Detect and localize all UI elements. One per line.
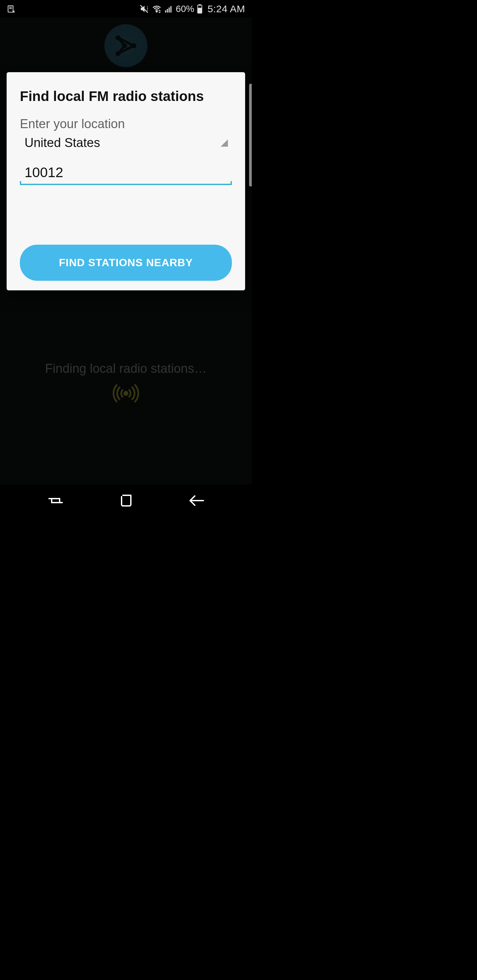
svg-rect-9 bbox=[169, 7, 170, 12]
battery-percent: 60% bbox=[175, 4, 194, 14]
loading-status-text: Finding local radio stations… bbox=[0, 361, 252, 376]
zip-field bbox=[20, 162, 232, 185]
find-stations-button[interactable]: FIND STATIONS NEARBY bbox=[20, 245, 232, 281]
dropdown-caret-icon bbox=[221, 139, 228, 147]
country-dropdown[interactable]: United States bbox=[20, 132, 232, 155]
clock-time: 5:24 AM bbox=[207, 3, 245, 14]
svg-rect-8 bbox=[167, 9, 168, 13]
svg-point-15 bbox=[116, 37, 119, 39]
svg-point-14 bbox=[116, 52, 119, 55]
mute-vibrate-icon bbox=[139, 4, 149, 14]
svg-point-6 bbox=[156, 11, 158, 12]
svg-point-18 bbox=[124, 392, 128, 395]
nav-home-button[interactable] bbox=[119, 493, 134, 508]
dialog-subtitle: Enter your location bbox=[20, 117, 232, 131]
svg-point-16 bbox=[132, 45, 135, 47]
radio-waves-icon bbox=[111, 383, 141, 407]
svg-rect-10 bbox=[171, 6, 172, 13]
app-notification-icon bbox=[6, 5, 15, 13]
svg-rect-12 bbox=[199, 4, 201, 5]
svg-point-17 bbox=[123, 45, 126, 47]
battery-icon bbox=[197, 4, 203, 14]
dialog-title: Find local FM radio stations bbox=[20, 88, 232, 104]
cellular-signal-icon bbox=[164, 5, 173, 13]
brand-logo-icon bbox=[104, 24, 147, 67]
svg-rect-7 bbox=[165, 10, 166, 13]
zip-input[interactable] bbox=[20, 162, 232, 185]
navigation-bar bbox=[0, 484, 252, 517]
svg-rect-13 bbox=[198, 8, 202, 13]
status-bar: 60% 5:24 AM bbox=[0, 0, 252, 18]
wifi-icon bbox=[152, 4, 162, 14]
app-background: nextradio Finding local radio stations… … bbox=[0, 18, 252, 484]
nav-recent-apps-button[interactable] bbox=[47, 494, 64, 507]
country-dropdown-value: United States bbox=[24, 136, 221, 150]
find-stations-dialog: Find local FM radio stations Enter your … bbox=[6, 72, 245, 290]
scroll-indicator[interactable] bbox=[249, 84, 252, 186]
nav-back-button[interactable] bbox=[188, 494, 205, 507]
